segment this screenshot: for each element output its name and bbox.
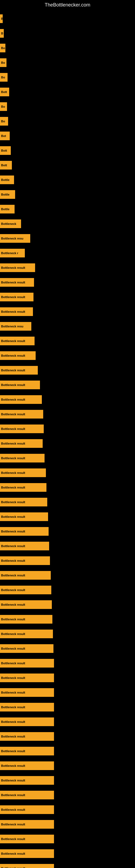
bar-label: Bottleneck result	[1, 647, 25, 650]
bar-label: Bottleneck result	[1, 808, 25, 811]
bar-row: Bottleneck result	[0, 612, 135, 626]
bar-label: Bottle	[1, 178, 9, 182]
bar: Bottleneck result	[0, 776, 54, 785]
bar-row: Bottleneck result	[0, 715, 135, 729]
bar-label: Bottleneck result	[1, 500, 25, 504]
bar-row: Bottle	[0, 202, 135, 216]
bar: Bottleneck result	[0, 380, 40, 389]
bar: Bottleneck result	[0, 805, 54, 814]
bar-label: Bottleneck resu	[1, 237, 24, 240]
bar-label: Bottle	[1, 208, 9, 211]
bar: Bottleneck result	[0, 629, 53, 638]
bar-label: Bottleneck result	[1, 867, 25, 868]
bar-label: B	[1, 32, 3, 35]
site-title: TheBottlenecker.com	[0, 0, 135, 9]
bar: Bottle	[0, 190, 15, 199]
bar-row: Bottleneck result	[0, 334, 135, 348]
bar: Bo	[0, 58, 6, 67]
bar-label: Bottleneck result	[1, 339, 25, 343]
bar-row: B	[0, 26, 135, 40]
bar: Bottleneck result	[0, 454, 45, 463]
bar: Bot	[0, 131, 10, 140]
bar-row: Bottleneck result	[0, 495, 135, 509]
bar-row: Bottleneck result	[0, 348, 135, 363]
bar-row: Bo	[0, 114, 135, 128]
bar-row: Bottleneck result	[0, 524, 135, 538]
bar-label: Bottleneck result	[1, 735, 25, 738]
bar-label: Bottleneck result	[1, 764, 25, 767]
bar-row: Bottleneck result	[0, 393, 135, 407]
bar: Bott	[0, 161, 12, 169]
bar: Bo	[0, 73, 8, 82]
bar: B	[0, 14, 3, 23]
bar: Bottleneck result	[0, 337, 35, 345]
bar: Bottleneck result	[0, 659, 54, 668]
bar-label: Bottleneck result	[1, 471, 25, 474]
bar-row: Bottleneck result	[0, 642, 135, 656]
bar-row: Bottleneck result	[0, 539, 135, 553]
bar-label: Bottleneck result	[1, 618, 25, 621]
bar: Bottleneck result	[0, 351, 36, 360]
bar-row: Bottleneck result	[0, 554, 135, 568]
bar-label: Bottleneck result	[1, 632, 25, 636]
bar: Bottleneck result	[0, 688, 54, 697]
bar: Bottleneck result	[0, 513, 48, 521]
bar-label: Bottleneck result	[1, 515, 25, 518]
bar-label: Bottleneck result	[1, 310, 25, 313]
bar-row: Bottleneck result	[0, 261, 135, 275]
bar: Bottleneck	[0, 219, 21, 228]
bar-label: Bottleneck result	[1, 427, 25, 431]
bar-label: Bottle	[1, 193, 9, 196]
bar: Bottleneck result	[0, 410, 43, 418]
bar-label: Bottleneck result	[1, 691, 25, 694]
bar-row: Bottleneck result	[0, 363, 135, 377]
bar: Bottleneck result	[0, 864, 54, 868]
bar-row: Bottleneck result	[0, 817, 135, 831]
bar-label: Bottleneck result	[1, 749, 25, 753]
bar-row: Bottle	[0, 187, 135, 202]
bar-label: Bo	[1, 61, 5, 64]
bar-label: Bottleneck result	[1, 794, 25, 797]
bar: Bottleneck result	[0, 425, 44, 433]
bar-row: Bottleneck result	[0, 597, 135, 612]
bar-label: Bottleneck result	[1, 837, 25, 841]
bar-row: Bottleneck result	[0, 290, 135, 304]
bar-row: Bottleneck result	[0, 846, 135, 861]
bar-row: Bottleneck result	[0, 744, 135, 758]
bar-row: Bottleneck result	[0, 656, 135, 670]
bar-row: Bottleneck	[0, 217, 135, 231]
bar: Bottleneck result	[0, 849, 54, 858]
bar-label: Bottleneck result	[1, 266, 25, 269]
bar-row: Bottle	[0, 173, 135, 187]
bar: Bottleneck result	[0, 395, 42, 404]
bar-label: Bottleneck result	[1, 676, 25, 680]
bar-label: Bottleneck result	[1, 661, 25, 665]
bar-row: Bottleneck result	[0, 671, 135, 685]
bar: Bottleneck result	[0, 439, 43, 448]
bar-row: Bottleneck result	[0, 568, 135, 582]
bar-row: Bottleneck result	[0, 451, 135, 465]
bar-row: Bottleneck result	[0, 510, 135, 524]
bar-row: Bottleneck result	[0, 788, 135, 802]
bar: Bottleneck result	[0, 674, 54, 682]
bar: Bo	[0, 102, 7, 111]
bar-row: Bottleneck result	[0, 466, 135, 480]
bar: Bott	[0, 88, 9, 96]
bar: Bottle	[0, 205, 14, 214]
bar: Bottleneck result	[0, 264, 35, 272]
bar-row: Bottleneck result	[0, 407, 135, 421]
bar-row: Bottleneck result	[0, 730, 135, 744]
bar: Bottleneck result	[0, 644, 53, 653]
bar-label: Bottleneck result	[1, 545, 25, 548]
bar-label: Bo	[1, 46, 5, 50]
bar-row: Bottleneck result	[0, 480, 135, 495]
bar: Bottleneck result	[0, 483, 46, 492]
bar-row: Bottleneck result	[0, 583, 135, 597]
bar-label: Bottleneck result	[1, 530, 25, 533]
bar-row: Bott	[0, 85, 135, 99]
bar-row: Bott	[0, 144, 135, 158]
bar: Bottle	[0, 176, 14, 184]
bar-row: Bottleneck resu	[0, 319, 135, 333]
bar: Bottleneck result	[0, 571, 51, 580]
bar-label: Bot	[1, 134, 6, 137]
